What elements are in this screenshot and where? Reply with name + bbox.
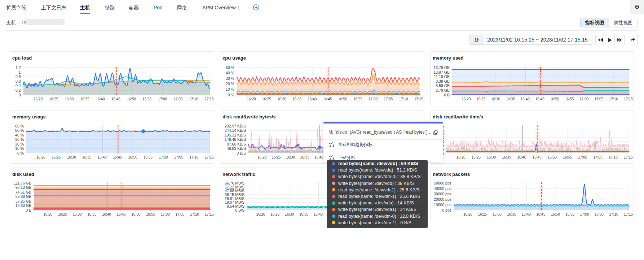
svg-text:16:45: 16:45	[536, 212, 545, 216]
svg-text:0.8: 0.8	[16, 74, 21, 79]
svg-text:0 B/S: 0 B/S	[235, 208, 244, 212]
svg-text:17:10: 17:10	[189, 155, 198, 159]
svg-text:17:10: 17:10	[399, 97, 408, 101]
svg-text:16:50: 16:50	[551, 212, 560, 216]
svg-text:28.61 MB/S: 28.61 MB/S	[225, 196, 244, 201]
svg-text:0.6: 0.6	[16, 79, 21, 83]
svg-text:16:40: 16:40	[521, 97, 530, 101]
svg-text:16:30: 16:30	[72, 212, 81, 216]
svg-text:16:35: 16:35	[507, 212, 516, 216]
svg-text:17:00: 17:00	[578, 155, 587, 159]
svg-text:10 %: 10 %	[15, 146, 24, 151]
svg-text:16:45: 16:45	[535, 97, 544, 101]
svg-text:16:40: 16:40	[314, 155, 323, 159]
svg-text:16:55: 16:55	[353, 97, 362, 101]
svg-text:17:05: 17:05	[173, 97, 182, 101]
svg-text:10000 pps: 10000 pps	[434, 203, 451, 207]
svg-text:0.4: 0.4	[16, 83, 21, 88]
svg-text:16:25: 16:25	[270, 212, 279, 216]
svg-text:16:25: 16:25	[472, 155, 481, 159]
svg-text:13.97 GB: 13.97 GB	[434, 70, 450, 74]
svg-text:0 B: 0 B	[26, 208, 31, 212]
svg-text:16:40: 16:40	[314, 212, 323, 216]
svg-text:16:45: 16:45	[533, 155, 542, 159]
svg-text:66.76 MB/S: 66.76 MB/S	[225, 181, 244, 185]
svg-text:17:05: 17:05	[384, 97, 393, 101]
svg-text:17:15: 17:15	[205, 97, 214, 101]
svg-text:0 B/S: 0 B/S	[237, 151, 246, 155]
svg-text:0 pps: 0 pps	[442, 208, 451, 212]
svg-text:16:45: 16:45	[113, 155, 122, 159]
svg-text:16:35: 16:35	[82, 155, 91, 159]
svg-text:16:50: 16:50	[128, 155, 137, 159]
svg-text:9.54 MB/S: 9.54 MB/S	[227, 204, 244, 208]
svg-text:20000 pps: 20000 pps	[434, 197, 451, 202]
svg-text:16:35: 16:35	[299, 212, 308, 216]
svg-text:17:10: 17:10	[609, 97, 618, 101]
svg-text:16:55: 16:55	[142, 97, 151, 101]
svg-text:16:30: 16:30	[67, 155, 76, 159]
svg-text:0 B: 0 B	[444, 93, 450, 97]
svg-text:97.66 KB/S: 97.66 KB/S	[227, 142, 246, 146]
svg-text:16:45: 16:45	[117, 212, 126, 216]
svg-text:16:35: 16:35	[87, 212, 96, 216]
svg-text:292.97 KB/S: 292.97 KB/S	[225, 124, 246, 128]
svg-text:74.51 GB: 74.51 GB	[16, 190, 31, 194]
svg-text:17:10: 17:10	[189, 97, 198, 101]
svg-text:16:30: 16:30	[286, 155, 295, 159]
svg-text:16:40: 16:40	[308, 97, 317, 101]
svg-text:16:35: 16:35	[506, 97, 515, 101]
svg-text:20 %: 20 %	[226, 82, 234, 86]
svg-text:16:55: 16:55	[565, 212, 574, 216]
svg-text:16:50: 16:50	[548, 155, 557, 159]
svg-text:16.76 GB: 16.76 GB	[434, 65, 450, 70]
svg-text:16:25: 16:25	[52, 155, 61, 159]
svg-text:11.18 GB: 11.18 GB	[434, 74, 450, 79]
svg-text:17:00: 17:00	[158, 97, 167, 101]
svg-text:17:00: 17:00	[161, 212, 170, 216]
svg-text:40000 pps: 40000 pps	[434, 186, 451, 191]
svg-text:30 %: 30 %	[15, 137, 24, 142]
svg-text:2.79 GB: 2.79 GB	[436, 88, 450, 92]
svg-text:16:20: 16:20	[456, 155, 466, 159]
svg-text:40 %: 40 %	[226, 71, 234, 75]
svg-text:17:10: 17:10	[190, 212, 199, 216]
svg-text:16:30: 16:30	[493, 212, 502, 216]
svg-text:17:15: 17:15	[624, 97, 633, 101]
svg-text:17:15: 17:15	[205, 155, 214, 159]
svg-text:16:50: 16:50	[338, 97, 347, 101]
svg-text:17:05: 17:05	[174, 155, 183, 159]
svg-text:16:25: 16:25	[58, 212, 67, 216]
svg-text:16:50: 16:50	[127, 97, 136, 101]
svg-text:195.31 KB/S: 195.31 KB/S	[225, 133, 246, 137]
svg-text:16:20: 16:20	[36, 155, 45, 159]
svg-text:17:05: 17:05	[595, 212, 604, 216]
svg-text:16:50: 16:50	[131, 212, 140, 216]
svg-text:146.48 KB/S: 146.48 KB/S	[225, 137, 246, 142]
svg-text:16:35: 16:35	[292, 97, 301, 101]
svg-text:48.83 KB/S: 48.83 KB/S	[227, 146, 246, 151]
svg-text:17:05: 17:05	[175, 212, 184, 216]
svg-text:20 %: 20 %	[15, 142, 24, 146]
svg-text:0 %: 0 %	[228, 93, 234, 97]
svg-text:0.2: 0.2	[16, 88, 21, 92]
svg-text:16:25: 16:25	[262, 97, 271, 101]
svg-text:17:15: 17:15	[624, 212, 633, 216]
svg-text:16:20: 16:20	[34, 97, 43, 101]
svg-text:16:35: 16:35	[80, 97, 89, 101]
svg-text:16:30: 16:30	[491, 97, 500, 101]
svg-text:19.07 MB/S: 19.07 MB/S	[225, 200, 244, 204]
svg-text:0 %: 0 %	[17, 151, 24, 155]
svg-text:17:00: 17:00	[580, 212, 589, 216]
svg-text:16:30: 16:30	[487, 155, 496, 159]
svg-text:17:10: 17:10	[609, 155, 618, 159]
svg-text:16:20: 16:20	[257, 155, 266, 159]
svg-text:55.88 GB: 55.88 GB	[16, 194, 31, 199]
svg-text:37.25 GB: 37.25 GB	[16, 199, 31, 203]
svg-text:16:45: 16:45	[111, 97, 120, 101]
svg-text:30000 pps: 30000 pps	[434, 192, 451, 196]
svg-text:17:15: 17:15	[205, 212, 214, 216]
svg-text:111.76 GB: 111.76 GB	[14, 181, 31, 185]
svg-text:10 %: 10 %	[226, 87, 234, 91]
svg-text:16:30: 16:30	[285, 212, 294, 216]
